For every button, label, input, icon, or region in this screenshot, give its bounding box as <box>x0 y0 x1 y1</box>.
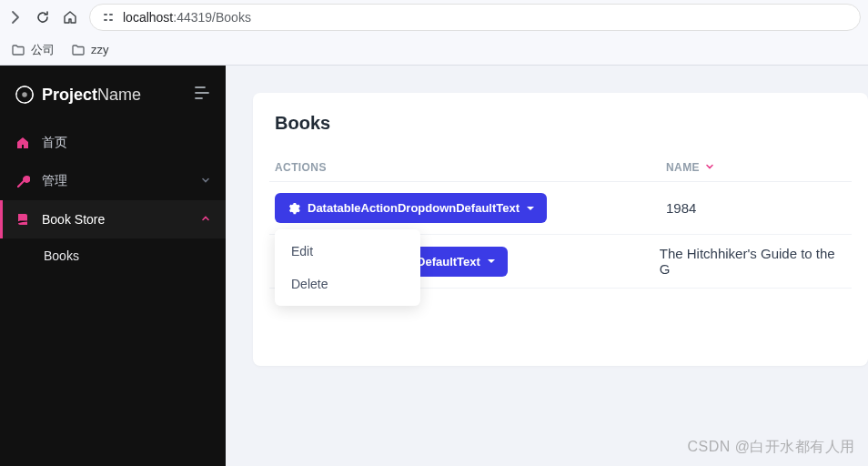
address-bar[interactable]: localhost:44319/Books <box>89 4 861 31</box>
gear-icon <box>288 202 300 215</box>
actions-dropdown: Edit Delete <box>275 229 420 306</box>
reload-icon[interactable] <box>35 9 51 25</box>
sidebar-item-label: 管理 <box>42 173 67 189</box>
row-actions-button[interactable]: DatatableActionDropdownDefaultText <box>275 193 547 223</box>
sidebar-item-label: 首页 <box>42 135 67 151</box>
home-icon <box>15 135 31 151</box>
col-name-label: NAME <box>666 161 700 174</box>
sidebar-item-bookstore[interactable]: Book Store <box>0 200 226 238</box>
svg-point-5 <box>22 92 27 97</box>
books-table: ACTIONS NAME DatatableActionDropdownDefa… <box>253 154 868 289</box>
logo-icon <box>15 85 35 105</box>
brand-strong: Project <box>42 86 97 104</box>
bookmark-label: zzy <box>91 43 109 56</box>
main-content: Books ACTIONS NAME DatatableActionDropdo… <box>226 66 868 466</box>
action-label: DatatableActionDropdownDefaultText <box>308 201 520 215</box>
brand-light: Name <box>97 86 141 104</box>
chevron-down-icon <box>200 174 211 188</box>
brand[interactable]: ProjectName <box>15 85 141 105</box>
dropdown-edit[interactable]: Edit <box>275 235 420 268</box>
browser-toolbar: localhost:44319/Books <box>0 0 868 35</box>
cell-name: 1984 <box>666 200 696 216</box>
bookmark-label: 公司 <box>31 42 55 58</box>
sidebar: ProjectName 首页 管理 Book Store Books <box>0 66 226 466</box>
wrench-icon <box>15 173 31 189</box>
sidebar-item-label: Book Store <box>42 212 105 227</box>
home-icon[interactable] <box>62 9 78 25</box>
bookmark-company[interactable]: 公司 <box>11 42 55 58</box>
site-settings-icon[interactable] <box>101 10 116 25</box>
table-row: DatatableActionDropdownDefaultText Edit … <box>269 182 852 235</box>
menu-toggle-icon[interactable] <box>195 86 211 103</box>
sidebar-item-home[interactable]: 首页 <box>0 124 226 162</box>
sort-icon <box>705 161 714 174</box>
sidebar-item-label: Books <box>44 248 79 263</box>
url-text: localhost:44319/Books <box>123 10 251 25</box>
sidebar-item-manage[interactable]: 管理 <box>0 162 226 200</box>
book-icon <box>15 211 31 228</box>
chevron-up-icon <box>200 212 211 227</box>
page-title: Books <box>253 113 868 154</box>
cell-name: The Hitchhiker's Guide to the G <box>660 246 846 277</box>
caret-down-icon <box>527 207 534 210</box>
table-header: ACTIONS NAME <box>269 154 852 182</box>
col-actions: ACTIONS <box>275 161 666 174</box>
forward-icon[interactable] <box>7 9 24 25</box>
sidebar-subitem-books[interactable]: Books <box>0 238 226 273</box>
bookmarks-bar: 公司 zzy <box>0 35 868 66</box>
svg-rect-2 <box>104 19 107 21</box>
caret-down-icon <box>488 259 495 263</box>
svg-rect-1 <box>109 14 113 15</box>
bookmark-zzy[interactable]: zzy <box>71 43 109 57</box>
content-card: Books ACTIONS NAME DatatableActionDropdo… <box>253 93 868 366</box>
svg-rect-3 <box>109 19 113 21</box>
col-name[interactable]: NAME <box>666 161 714 174</box>
dropdown-delete[interactable]: Delete <box>275 268 420 300</box>
svg-rect-0 <box>104 14 107 15</box>
